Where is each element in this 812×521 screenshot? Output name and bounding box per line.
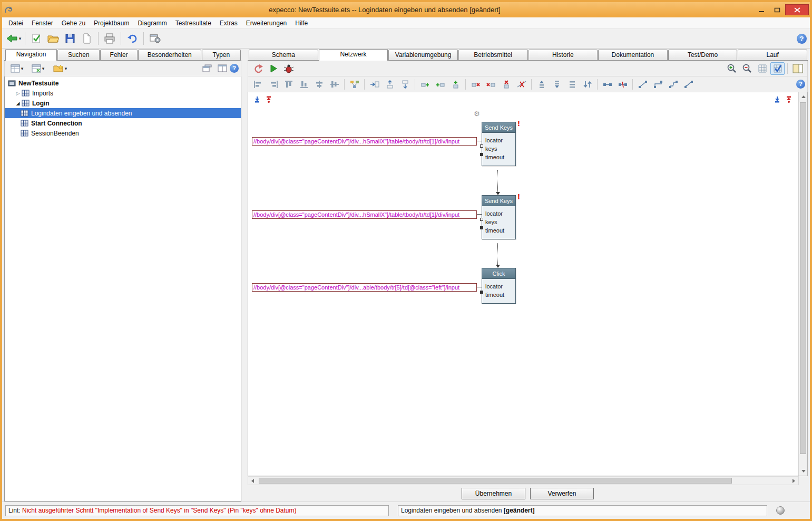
- maximize-button[interactable]: [769, 4, 785, 15]
- tab-variablenumgebung[interactable]: Variablenumgebung: [388, 50, 458, 60]
- tab-test-demo[interactable]: Test/Demo: [668, 50, 738, 60]
- menu-testresultate[interactable]: Testresultate: [171, 18, 216, 28]
- pin-locator[interactable]: locator: [482, 282, 515, 291]
- horizontal-scroll-thumb[interactable]: [259, 478, 732, 484]
- check-syntax-button[interactable]: [28, 31, 44, 46]
- debug-button[interactable]: [281, 62, 296, 75]
- tree-filter-dropdown-icon[interactable]: ▾: [42, 66, 45, 71]
- disconnect-pins-button[interactable]: [615, 78, 630, 91]
- node-send-keys-1[interactable]: Send Keys locator keys timeout: [482, 122, 516, 166]
- input-value-locator-1[interactable]: //body/div[@class="pageContentDiv"]/div.…: [252, 137, 477, 146]
- back-button[interactable]: ▾: [6, 31, 22, 46]
- pin-connector-open[interactable]: [480, 218, 483, 221]
- tree-help-button[interactable]: ?: [230, 64, 239, 73]
- panel-splitter[interactable]: [241, 49, 248, 501]
- pin-keys[interactable]: keys: [482, 218, 515, 226]
- tab-besonderheiten[interactable]: Besonderheiten: [138, 50, 201, 60]
- new-item-button[interactable]: ▾: [50, 62, 71, 75]
- tree-view-dropdown-icon[interactable]: ▾: [21, 66, 24, 71]
- node-title[interactable]: Send Keys: [482, 122, 515, 133]
- add-input-pin-button[interactable]: [418, 78, 432, 91]
- line-polyline-button[interactable]: [666, 78, 680, 91]
- align-right-button[interactable]: [266, 78, 280, 91]
- vertical-scrollbar[interactable]: [798, 92, 807, 476]
- pin-locator[interactable]: locator: [482, 209, 515, 218]
- network-canvas[interactable]: ⚙ //body/div[@class="pageContentDiv"]/di…: [248, 92, 808, 476]
- node-click[interactable]: Click locator timeout: [482, 268, 516, 304]
- tree-item-imports[interactable]: ▷ Imports: [5, 88, 241, 98]
- grid-button[interactable]: [755, 62, 769, 75]
- split-view-button[interactable]: [215, 62, 229, 75]
- menu-fenster[interactable]: Fenster: [27, 18, 57, 28]
- scroll-up-button[interactable]: [799, 92, 808, 101]
- input-anchor-icon[interactable]: [253, 96, 261, 103]
- tab-fehler[interactable]: Fehler: [100, 50, 137, 60]
- minimize-button[interactable]: [754, 4, 769, 15]
- help-button[interactable]: ?: [797, 34, 807, 44]
- tab-dokumentation[interactable]: Dokumentation: [598, 50, 668, 60]
- tab-navigation[interactable]: Navigation: [5, 49, 57, 61]
- snap-to-grid-button[interactable]: [770, 62, 785, 75]
- discard-button[interactable]: Verwerfen: [530, 488, 594, 499]
- remove-connection-button[interactable]: [514, 78, 529, 91]
- pin-move-up-button[interactable]: [534, 78, 549, 91]
- titlebar[interactable]: expecco: NewTestsuite.ets -- Logindaten …: [2, 2, 810, 17]
- run-button[interactable]: [266, 62, 280, 75]
- close-button[interactable]: [785, 4, 809, 15]
- undo-button[interactable]: [124, 31, 140, 46]
- project-tree[interactable]: NewTestsuite ▷ Imports ◢ Login Logindate…: [4, 76, 241, 501]
- menu-datei[interactable]: Datei: [4, 18, 27, 28]
- tree-item-logindaten[interactable]: Logindaten eingeben und absenden: [5, 108, 241, 118]
- add-output-pin-button[interactable]: [433, 78, 447, 91]
- network-help-button[interactable]: ?: [796, 80, 805, 89]
- tab-typen[interactable]: Typen: [202, 50, 241, 60]
- input-value-locator-2[interactable]: //body/div[@class="pageContentDiv"]/div.…: [252, 210, 477, 219]
- pin-timeout[interactable]: timeout: [482, 153, 515, 161]
- pin-connector-filled[interactable]: [480, 291, 483, 294]
- pin-timeout[interactable]: timeout: [482, 291, 515, 299]
- pin-timeout[interactable]: timeout: [482, 226, 515, 235]
- tree-filter-button[interactable]: ▾: [27, 62, 48, 75]
- apply-button[interactable]: Übernehmen: [462, 488, 525, 499]
- menu-extras[interactable]: Extras: [216, 18, 242, 28]
- save-button[interactable]: [62, 31, 78, 46]
- open-button[interactable]: [45, 31, 61, 46]
- move-down-button[interactable]: [398, 78, 412, 91]
- node-title[interactable]: Click: [482, 268, 515, 279]
- new-document-button[interactable]: [79, 31, 95, 46]
- align-left-button[interactable]: [251, 78, 265, 91]
- line-elbow-button[interactable]: [651, 78, 665, 91]
- output-anchor-icon[interactable]: [265, 96, 272, 103]
- scroll-down-button[interactable]: [799, 467, 808, 476]
- horizontal-scrollbar[interactable]: [248, 476, 799, 485]
- pin-connector-open[interactable]: [480, 144, 483, 148]
- remove-pin-button[interactable]: [468, 78, 483, 91]
- menu-hilfe[interactable]: Hilfe: [291, 18, 312, 28]
- tab-suchen[interactable]: Suchen: [57, 50, 100, 60]
- node-send-keys-2[interactable]: Send Keys locator keys timeout: [482, 195, 516, 239]
- remove-output-pin-button[interactable]: [499, 78, 513, 91]
- pin-move-down-button[interactable]: [550, 78, 564, 91]
- distribute-vertical-button[interactable]: [565, 78, 579, 91]
- connect-pins-button[interactable]: [600, 78, 614, 91]
- node-settings-icon[interactable]: ⚙: [474, 110, 480, 118]
- scroll-left-button[interactable]: [248, 477, 257, 485]
- float-view-button[interactable]: [200, 62, 214, 75]
- remove-input-pin-button[interactable]: [484, 78, 498, 91]
- tab-betriebsmittel[interactable]: Betriebsmittel: [458, 50, 528, 60]
- print-button[interactable]: [102, 31, 118, 46]
- side-panel-button[interactable]: [790, 62, 805, 75]
- menu-erweiterungen[interactable]: Erweiterungen: [242, 18, 291, 28]
- scroll-right-button[interactable]: [789, 477, 798, 485]
- input-value-locator-3[interactable]: //body/div[@class="pageContentDiv"]/div.…: [252, 283, 477, 292]
- move-up-button[interactable]: [383, 78, 397, 91]
- align-center-vertical-button[interactable]: [327, 78, 341, 91]
- line-straight-button[interactable]: [635, 78, 650, 91]
- align-center-horizontal-button[interactable]: [312, 78, 326, 91]
- tab-netzwerk[interactable]: Netzwerk: [319, 49, 388, 61]
- reload-button[interactable]: [251, 62, 265, 75]
- swap-pins-button[interactable]: [580, 78, 594, 91]
- new-item-dropdown-icon[interactable]: ▾: [65, 66, 67, 71]
- tree-item-start-connection[interactable]: Start Connection: [5, 118, 241, 128]
- tab-schema[interactable]: Schema: [249, 50, 318, 60]
